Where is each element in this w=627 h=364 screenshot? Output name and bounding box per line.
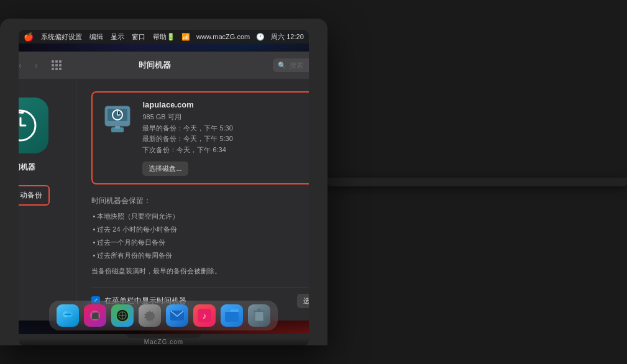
dock-files[interactable] — [221, 304, 243, 327]
titlebar: ‹ › 时间机器 🔍 搜索 — [19, 52, 309, 79]
backup-latest: 最新的备份：今天，下午 5:30 — [142, 134, 308, 145]
search-icon: 🔍 — [278, 61, 286, 70]
menubar-website: www.macZG.com — [196, 33, 250, 40]
apple-menu[interactable]: 🍎 — [24, 32, 34, 42]
window-title: 时间机器 — [37, 60, 273, 71]
svg-rect-19 — [225, 312, 239, 322]
backup-details: lapulace.com 985 GB 可用 最早的备份：今天，下午 5:30 … — [142, 100, 308, 176]
laptop-stand: MacZG.com — [19, 338, 309, 345]
dock-system-settings[interactable] — [139, 304, 161, 327]
svg-rect-21 — [254, 311, 265, 312]
menubar-wifi-icon: 📶 — [181, 33, 190, 41]
time-machine-icon-container — [19, 98, 48, 153]
laptop-base — [327, 178, 627, 186]
retention-item-0: • 本地快照（只要空间允许） — [91, 210, 308, 223]
dock-finder[interactable] — [57, 304, 79, 327]
svg-rect-20 — [255, 311, 263, 321]
backup-available: 985 GB 可用 — [142, 112, 308, 123]
menubar-battery-icon: 🔋 — [167, 33, 175, 41]
auto-backup-label: 自动备份 — [19, 190, 42, 201]
svg-rect-8 — [65, 314, 71, 315]
backup-next: 下次备份：今天，下午 6:34 — [142, 145, 308, 156]
backup-disk-name: lapulace.com — [142, 100, 308, 109]
select-disk-button[interactable]: 选择磁盘... — [142, 162, 188, 176]
menubar-time: 周六 12:20 — [271, 32, 304, 42]
dock: ⬛ ♪ — [49, 301, 278, 330]
menubar-help[interactable]: 帮助 — [153, 32, 167, 42]
time-machine-window: ‹ › 时间机器 🔍 搜索 — [19, 52, 309, 321]
svg-text:♪: ♪ — [203, 311, 207, 321]
menubar: 🍎 系统偏好设置 编辑 显示 窗口 帮助 🔋 📶 www.macZG.com 🕐… — [19, 30, 309, 43]
dock-music[interactable]: ♪ — [193, 304, 216, 327]
retention-item-1: • 过去 24 小时的每小时备份 — [91, 223, 308, 236]
menubar-display[interactable]: 显示 — [111, 32, 124, 42]
time-machine-icon — [19, 107, 39, 144]
options-button[interactable]: 选项... — [297, 294, 309, 308]
laptop-outer: 🍎 系统偏好设置 编辑 显示 窗口 帮助 🔋 📶 www.macZG.com 🕐… — [0, 19, 327, 345]
disk-icon — [103, 101, 132, 136]
auto-backup-checkbox-container[interactable]: ✓ 自动备份 — [19, 185, 50, 206]
main-panel: lapulace.com 985 GB 可用 最早的备份：今天，下午 5:30 … — [76, 79, 308, 321]
laptop-brand: MacZG.com — [144, 339, 183, 345]
search-bar[interactable]: 🔍 搜索 — [273, 58, 308, 72]
dock-safari[interactable] — [111, 304, 134, 327]
menubar-edit[interactable]: 编辑 — [89, 32, 103, 42]
svg-rect-22 — [257, 309, 261, 311]
retention-title: 时间机器会保留： — [91, 196, 308, 206]
sidebar: 时间机器 ✓ 自动备份 — [19, 79, 76, 321]
screen-bezel: 🍎 系统偏好设置 编辑 显示 窗口 帮助 🔋 📶 www.macZG.com 🕐… — [19, 30, 309, 334]
retention-item-2: • 过去一个月的每日备份 — [91, 236, 308, 249]
sidebar-app-title: 时间机器 — [19, 162, 35, 173]
svg-rect-5 — [115, 126, 120, 129]
back-button[interactable]: ‹ — [19, 58, 27, 72]
menubar-clock-icon: 🕐 — [256, 33, 265, 41]
menubar-system-prefs[interactable]: 系统偏好设置 — [41, 32, 82, 42]
dock-trash[interactable] — [248, 304, 270, 327]
laptop-screen: 🍎 系统偏好设置 编辑 显示 窗口 帮助 🔋 📶 www.macZG.com 🕐… — [19, 30, 309, 334]
window-content: 时间机器 ✓ 自动备份 — [19, 79, 309, 321]
dock-mail[interactable] — [166, 304, 188, 327]
retention-note: 当备份磁盘装满时，最早的备份会被删除。 — [91, 266, 308, 277]
dock-launchpad[interactable]: ⬛ — [84, 304, 106, 327]
retention-item-3: • 过去所有月份的每周备份 — [91, 249, 308, 262]
backup-earliest: 最早的备份：今天，下午 5:30 — [142, 123, 308, 134]
disk-icon-container — [101, 100, 134, 137]
svg-text:⬛: ⬛ — [91, 312, 99, 320]
search-placeholder-text: 搜索 — [290, 61, 303, 70]
menubar-window[interactable]: 窗口 — [132, 32, 145, 42]
retention-section: 时间机器会保留： • 本地快照（只要空间允许） • 过去 24 小时的每小时备份… — [91, 196, 308, 276]
backup-info-box: lapulace.com 985 GB 可用 最早的备份：今天，下午 5:30 … — [91, 91, 308, 184]
